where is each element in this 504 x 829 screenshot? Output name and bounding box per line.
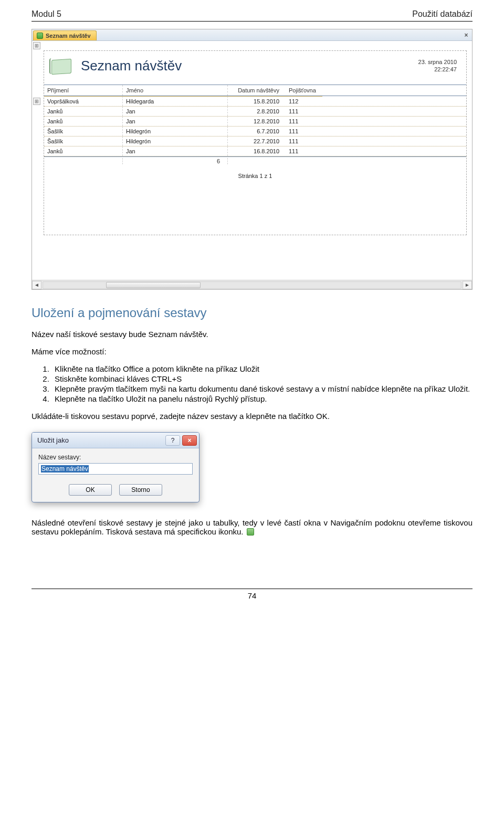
report-meta: 23. srpna 2010 22:22:47 bbox=[418, 58, 461, 74]
steps-list: Klikněte na tlačítko Office a potom klik… bbox=[51, 364, 472, 403]
cell-pojistovna: 111 bbox=[286, 127, 322, 136]
list-item: Klepněte na tlačítko Uložit na panelu ná… bbox=[51, 394, 472, 403]
report-date: 23. srpna 2010 bbox=[418, 58, 457, 66]
table-row: JankůJan12.8.2010111 bbox=[44, 117, 466, 127]
scroll-left-icon[interactable]: ◄ bbox=[32, 281, 41, 289]
cancel-button[interactable]: Storno bbox=[119, 484, 162, 496]
report-tab-label: Seznam návštěv bbox=[46, 33, 91, 39]
intro-paragraph: Název naší tiskové sestavy bude Seznam n… bbox=[32, 330, 472, 339]
cell-prijmeni: Vopršálková bbox=[44, 96, 123, 106]
page-header: Modul 5 Použití databází bbox=[32, 9, 472, 22]
summary-row: 6 bbox=[44, 156, 466, 165]
column-headers: Příjmení Jméno Datum návštěvy Pojišťovna bbox=[44, 85, 466, 96]
dialog-help-button[interactable]: ? bbox=[165, 435, 180, 446]
corner-cell-icon[interactable]: ⊞ bbox=[33, 42, 40, 49]
report-title-area: Seznam návštěv 23. srpna 2010 22:22:47 bbox=[44, 51, 466, 85]
options-paragraph: Máme více možností: bbox=[32, 347, 472, 356]
col-prijmeni: Příjmení bbox=[44, 85, 123, 96]
ok-button[interactable]: OK bbox=[69, 484, 112, 496]
col-datum: Datum návštěvy bbox=[228, 85, 286, 96]
scroll-right-icon[interactable]: ► bbox=[463, 281, 472, 289]
cell-prijmeni: Janků bbox=[44, 107, 123, 116]
dialog-title: Uložit jako bbox=[37, 436, 163, 444]
row-count: 6 bbox=[123, 158, 228, 164]
after-paragraph: Následné otevření tiskové sestavy je ste… bbox=[32, 518, 472, 536]
close-report-button[interactable]: × bbox=[460, 29, 472, 40]
header-left: Modul 5 bbox=[32, 9, 61, 19]
table-row: ŠašlíkHildegrón6.7.2010111 bbox=[44, 127, 466, 137]
cell-jmeno: Jan bbox=[123, 107, 228, 116]
cell-datum: 6.7.2010 bbox=[228, 127, 286, 136]
report-tabbar: Seznam návštěv × bbox=[32, 29, 472, 41]
table-row: ŠašlíkHildegrón22.7.2010111 bbox=[44, 137, 466, 146]
dialog-close-button[interactable]: × bbox=[182, 435, 197, 446]
cell-datum: 12.8.2010 bbox=[228, 117, 286, 126]
cell-jmeno: Hildegarda bbox=[123, 96, 228, 106]
col-pojistovna: Pojišťovna bbox=[286, 85, 322, 96]
cell-datum: 22.7.2010 bbox=[228, 137, 286, 146]
scroll-thumb[interactable] bbox=[106, 282, 201, 288]
cell-pojistovna: 111 bbox=[286, 137, 322, 146]
list-item: Klikněte na tlačítko Office a potom klik… bbox=[51, 364, 472, 373]
save-as-dialog: Uložit jako ? × Název sestavy: Seznam ná… bbox=[32, 432, 200, 502]
dialog-titlebar: Uložit jako ? × bbox=[32, 433, 199, 448]
input-value: Seznam návštěv bbox=[41, 465, 89, 473]
cell-jmeno: Hildegrón bbox=[123, 137, 228, 146]
cell-jmeno: Jan bbox=[123, 117, 228, 126]
report-page: Seznam návštěv 23. srpna 2010 22:22:47 P… bbox=[44, 50, 467, 235]
cell-datum: 2.8.2010 bbox=[228, 107, 286, 116]
page-footer: 74 bbox=[32, 589, 472, 600]
report-tab[interactable]: Seznam návštěv bbox=[33, 30, 97, 40]
header-right: Použití databází bbox=[412, 9, 472, 19]
cell-jmeno: Hildegrón bbox=[123, 127, 228, 136]
cell-datum: 16.8.2010 bbox=[228, 146, 286, 156]
section-heading: Uložení a pojmenování sestavy bbox=[32, 306, 472, 320]
list-item: Stiskněte kombinaci kláves CTRL+S bbox=[51, 374, 472, 383]
first-save-paragraph: Ukládáte-li tiskovou sestavu poprvé, zad… bbox=[32, 412, 472, 421]
report-title: Seznam návštěv bbox=[81, 58, 182, 74]
horizontal-scrollbar[interactable]: ◄ ► bbox=[32, 280, 472, 289]
cell-pojistovna: 111 bbox=[286, 107, 322, 116]
scroll-track[interactable] bbox=[43, 281, 461, 289]
table-row: JankůJan16.8.2010111 bbox=[44, 146, 466, 156]
table-row: JankůJan2.8.2010111 bbox=[44, 107, 466, 117]
report-icon bbox=[37, 33, 43, 39]
cell-prijmeni: Janků bbox=[44, 117, 123, 126]
cell-prijmeni: Janků bbox=[44, 146, 123, 156]
cell-datum: 15.8.2010 bbox=[228, 96, 286, 106]
row-header-cell-icon[interactable]: ⊞ bbox=[33, 98, 40, 105]
report-window: Seznam návštěv × ⊞ ⊞ Seznam návštěv 23. … bbox=[32, 29, 472, 290]
cell-pojistovna: 111 bbox=[286, 117, 322, 126]
cell-pojistovna: 111 bbox=[286, 146, 322, 156]
report-file-icon bbox=[247, 528, 254, 536]
field-label: Název sestavy: bbox=[38, 454, 193, 461]
report-body: ⊞ ⊞ Seznam návštěv 23. srpna 2010 22:22:… bbox=[32, 41, 472, 280]
cell-prijmeni: Šašlík bbox=[44, 137, 123, 146]
list-item: Klepněte pravým tlačítkem myši na kartu … bbox=[51, 384, 472, 393]
report-time: 22:22:47 bbox=[418, 66, 457, 73]
cell-pojistovna: 112 bbox=[286, 96, 322, 106]
report-name-input[interactable]: Seznam návštěv bbox=[38, 463, 193, 475]
report-large-icon bbox=[49, 55, 72, 76]
cell-jmeno: Jan bbox=[123, 146, 228, 156]
table-row: VopršálkováHildegarda15.8.2010112 bbox=[44, 96, 466, 107]
cell-prijmeni: Šašlík bbox=[44, 127, 123, 136]
pager-text: Stránka 1 z 1 bbox=[44, 165, 466, 182]
col-jmeno: Jméno bbox=[123, 85, 228, 96]
page-number: 74 bbox=[248, 591, 257, 600]
